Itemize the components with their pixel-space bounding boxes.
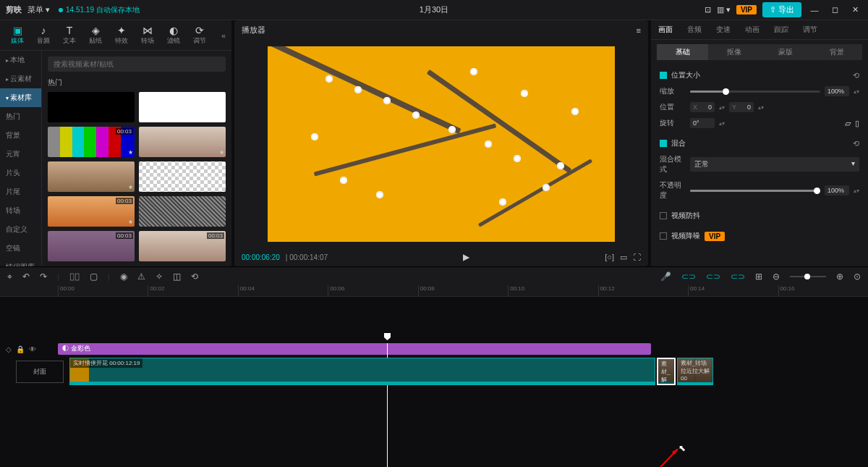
flip-h-icon[interactable]: ▱	[845, 119, 851, 128]
media-thumb[interactable]	[139, 161, 226, 192]
preview-viewport[interactable]	[234, 40, 648, 248]
pos-x-stepper[interactable]: ▴▾	[719, 104, 725, 111]
media-thumb[interactable]: ★	[48, 161, 135, 192]
feedback-icon[interactable]: ⊡	[705, 5, 711, 14]
tab-animation[interactable]: 动画	[738, 20, 767, 39]
split-tool[interactable]: ⌷⌷	[69, 272, 80, 282]
record-tool[interactable]: ⚠	[137, 272, 145, 282]
sidebar-item-library[interactable]: 素材库	[0, 88, 41, 107]
tab-track[interactable]: 跟踪	[767, 20, 796, 39]
media-thumb[interactable]	[48, 92, 135, 122]
track-adjust-icon[interactable]: ⊞	[755, 272, 762, 282]
video-clip-selected[interactable]: 素材_解	[657, 358, 676, 385]
tab-audio[interactable]: 音频	[680, 20, 709, 39]
fullscreen-icon[interactable]: ⛶	[633, 253, 641, 261]
sidebar-item-outro[interactable]: 片尾	[0, 182, 41, 201]
narrate-tool[interactable]: ◉	[120, 272, 127, 282]
denoise-checkbox[interactable]	[660, 232, 667, 240]
opacity-stepper[interactable]: ▴▾	[854, 188, 859, 194]
freeze-tool[interactable]: ✧	[156, 272, 163, 282]
zoom-in-icon[interactable]: ⊕	[836, 272, 843, 282]
subtab-bg[interactable]: 背景	[811, 44, 862, 60]
tab-speed[interactable]: 变速	[709, 20, 738, 39]
search-input[interactable]	[48, 56, 226, 72]
pos-size-checkbox[interactable]	[660, 72, 667, 79]
sidebar-item-lantern[interactable]: 元宵	[0, 145, 41, 164]
scale-value[interactable]: 100%	[825, 86, 849, 96]
delete-tool[interactable]: ▢	[90, 272, 98, 282]
opacity-value[interactable]: 100%	[825, 185, 849, 195]
sidebar-item-bg[interactable]: 背景	[0, 126, 41, 145]
reset-icon[interactable]: ⟲	[853, 139, 859, 148]
sidebar-item-hot[interactable]: 热门	[0, 107, 41, 126]
cursor-tool[interactable]: ⌖	[7, 272, 12, 282]
sidebar-item-empty[interactable]: 空镜	[0, 239, 41, 258]
zoom-fit-icon[interactable]: ⊙	[854, 272, 861, 282]
nav-sticker[interactable]: ◈贴纸	[84, 25, 107, 46]
media-thumb[interactable]: 00:03★	[48, 196, 135, 227]
video-clip[interactable]: 素材_转场 拉近拉大解 00	[677, 358, 713, 385]
filter-clip[interactable]: ◐ 金彩色	[58, 343, 651, 355]
minimize-button[interactable]: —	[807, 6, 822, 14]
preview-cut-icon[interactable]: ⊂⊃	[731, 272, 745, 282]
zoom-out-icon[interactable]: ⊖	[773, 272, 780, 282]
layout-icon[interactable]: ▥ ▾	[717, 5, 731, 14]
nav-text[interactable]: T文本	[58, 25, 81, 46]
media-thumb[interactable]	[139, 92, 226, 122]
crop-tool[interactable]: ◫	[173, 272, 181, 282]
reverse-tool[interactable]: ⟲	[191, 272, 198, 282]
ratio-icon[interactable]: ▭	[620, 253, 627, 262]
media-thumb[interactable]: 00:03	[139, 231, 226, 261]
opacity-slider[interactable]	[690, 190, 820, 192]
link-icon[interactable]: ⊂⊃	[706, 272, 720, 282]
flip-v-icon[interactable]: ▯	[855, 119, 859, 128]
scale-slider[interactable]	[690, 91, 820, 93]
nav-audio[interactable]: ♪音频	[32, 25, 55, 46]
sidebar-item-intro[interactable]: 片头	[0, 164, 41, 182]
video-clip-main[interactable]: 实时情侠开花 00:00:12:19	[69, 358, 655, 385]
sidebar-item-custom[interactable]: 自定义	[0, 220, 41, 239]
rotation-input[interactable]: 0°	[690, 118, 715, 128]
media-thumb[interactable]	[139, 196, 226, 227]
reset-icon[interactable]: ⟲	[853, 71, 859, 80]
blend-checkbox[interactable]	[660, 140, 667, 147]
nav-adjust[interactable]: ⟳调节	[188, 25, 211, 46]
sidebar-item-trans[interactable]: 转场	[0, 201, 41, 220]
timeline-tracks[interactable]: ◇🔒👁 ◐ 金彩色 封面 实时情侠开花 00:00:12:19 素材_解 素材_…	[0, 343, 868, 467]
nav-filter[interactable]: ◐滤镜	[162, 25, 185, 46]
tab-picture[interactable]: 画面	[651, 20, 680, 39]
pos-y-stepper[interactable]: ▴▾	[758, 104, 764, 111]
media-thumb[interactable]: ★	[139, 127, 226, 157]
sidebar-item-local[interactable]: 本地	[0, 51, 41, 70]
sidebar-item-couple[interactable]: 情侣图库	[0, 258, 41, 266]
scale-stepper[interactable]: ▴▾	[854, 88, 859, 95]
zoom-slider[interactable]	[790, 276, 826, 277]
close-button[interactable]: ✕	[848, 5, 862, 14]
subtab-basic[interactable]: 基础	[657, 44, 708, 60]
cover-button[interactable]: 封面	[16, 361, 64, 383]
play-button[interactable]: ▶	[463, 252, 469, 262]
undo-button[interactable]: ↶	[22, 272, 30, 282]
filter-track-head[interactable]: ◇🔒👁	[0, 345, 58, 353]
pos-x-input[interactable]: X0	[690, 102, 715, 112]
menu-dropdown[interactable]: 菜单 ▾	[27, 4, 50, 15]
vip-badge[interactable]: VIP	[736, 5, 757, 14]
subtab-mask[interactable]: 蒙版	[760, 44, 811, 60]
subtab-cutout[interactable]: 抠像	[708, 44, 760, 60]
maximize-button[interactable]: ◻	[827, 5, 842, 14]
pos-y-input[interactable]: Y0	[729, 102, 754, 112]
mic-icon[interactable]: 🎤	[660, 272, 671, 282]
redo-button[interactable]: ↷	[40, 272, 47, 282]
preview-menu-icon[interactable]: ≡	[637, 26, 641, 35]
collapse-icon[interactable]: «	[221, 31, 226, 40]
original-ratio-icon[interactable]: [○]	[605, 253, 614, 261]
timeline-ruler[interactable]: 00:00 00:02 00:04 00:06 00:08 00:10 00:1…	[0, 285, 868, 297]
export-button[interactable]: ⇧ 导出	[762, 2, 801, 17]
magnet-icon[interactable]: ⊂⊃	[681, 272, 696, 282]
stabilize-checkbox[interactable]	[660, 212, 667, 219]
tab-adjust[interactable]: 调节	[796, 20, 825, 39]
nav-effect[interactable]: ✦特效	[110, 25, 133, 46]
blend-mode-select[interactable]: 正常▾	[690, 157, 859, 172]
nav-media[interactable]: ▣媒体	[6, 25, 29, 46]
media-thumb[interactable]: 00:03	[48, 231, 135, 261]
